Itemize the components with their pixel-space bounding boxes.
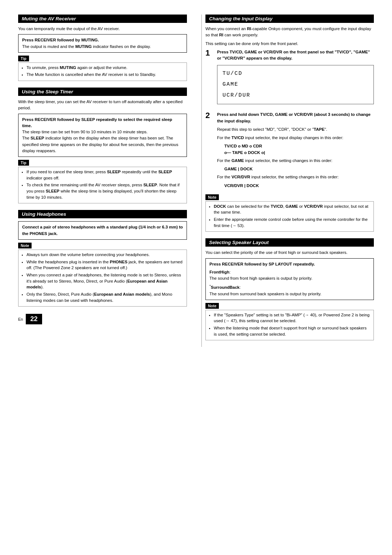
changing-note-1: DOCK can be selected for the TV/CD, GAME…	[214, 203, 371, 215]
left-column: Muting the AV Receiver You can temporari…	[18, 15, 191, 347]
step-1: 1 Press TV/CD, GAME or VCR/DVR on the fr…	[205, 49, 374, 108]
sleep-tip-container: Tip If you need to cancel the sleep time…	[18, 160, 187, 203]
changing-note-2: Enter the appropriate remote control cod…	[214, 216, 371, 228]
speaker-note-1: If the "Speakers Type" setting is set to…	[214, 312, 371, 324]
sleep-tip-item-1: If you need to cancel the sleep timer, p…	[26, 169, 184, 181]
step-2-instruction: Press and hold down TV/CD, GAME or VCR/D…	[217, 112, 374, 124]
display-line-1: TU/CD	[222, 68, 368, 79]
two-column-layout: Muting the AV Receiver You can temporari…	[18, 15, 374, 347]
sleep-title: Using the Sleep Timer	[18, 88, 187, 96]
changing-title: Changing the Input Display	[205, 15, 374, 23]
speaker-title: Selecting Speaker Layout	[205, 238, 374, 247]
display-line-2: GAME	[222, 79, 368, 90]
sleep-tip-label: Tip	[18, 160, 29, 166]
headphones-instruction-box: Connect a pair of stereo headphones with…	[18, 221, 187, 240]
step-1-content: Press TV/CD, GAME or VCR/DVR on the fron…	[217, 49, 374, 108]
step-2-detail-4: For the VCR/DVR input selector, the sett…	[217, 174, 374, 180]
muting-tip-container: Tip To unmute, press MUTING again or adj…	[18, 56, 187, 81]
headphones-note-2: While the headphones plug is inserted in…	[26, 259, 184, 271]
muting-instruction-box: Press RECEIVER followed by MUTING. The o…	[18, 34, 187, 53]
speaker-intro: You can select the priority of the use o…	[205, 250, 374, 256]
changing-section: Changing the Input Display When you conn…	[205, 15, 374, 232]
muting-tip-item-2: The Mute function is cancelled when the …	[26, 72, 184, 78]
game-order: GAME | DOCK	[224, 166, 374, 172]
display-line-3: UCR/DUR	[222, 90, 368, 101]
sleep-detail-1: The sleep time can be set from 90 to 10 …	[22, 129, 183, 135]
speaker-instruction-bold: Press RECEIVER followed by SP LAYOUT rep…	[209, 261, 370, 267]
changing-intro-1: When you connect an RI-capable Onkyo com…	[205, 26, 374, 39]
changing-note-label: Note	[205, 194, 219, 200]
speaker-section: Selecting Speaker Layout You can select …	[205, 238, 374, 340]
step-2-detail-2: For the TV/CD input selector, the input …	[217, 135, 374, 141]
sleep-section: Using the Sleep Timer With the sleep tim…	[18, 88, 187, 203]
speaker-front-high: FrontHigh:The sound from front high spea…	[209, 269, 370, 282]
step-2: 2 Press and hold down TV/CD, GAME or VCR…	[205, 112, 374, 191]
step-1-instruction: Press TV/CD, GAME or VCR/DVR on the fron…	[217, 49, 374, 62]
headphones-note-items: Always turn down the volume before conne…	[18, 250, 187, 307]
changing-intro-2: This setting can be done only from the f…	[205, 41, 374, 47]
muting-tip-label: Tip	[18, 56, 29, 61]
muting-instruction-bold: Press RECEIVER followed by MUTING.	[22, 37, 183, 43]
headphones-note-label: Note	[18, 243, 32, 248]
speaker-note-container: Note If the "Speakers Type" setting is s…	[205, 303, 374, 341]
sleep-tip-items: If you need to cancel the sleep timer, p…	[18, 167, 187, 203]
display-box: TU/CD GAME UCR/DUR	[217, 65, 374, 104]
muting-tip-item-1: To unmute, press MUTING again or adjust …	[26, 65, 184, 71]
headphones-title: Using Headphones	[18, 210, 187, 218]
step-2-detail-3: For the GAME input selector, the setting…	[217, 158, 374, 164]
step-1-number: 1	[205, 49, 213, 108]
headphones-section: Using Headphones Connect a pair of stere…	[18, 210, 187, 307]
right-column: Changing the Input Display When you conn…	[201, 15, 374, 347]
sleep-tip-item-2: To check the time remaining until the AV…	[26, 182, 184, 200]
vcrdvr-order: VCR/DVR | DOCK	[224, 183, 374, 189]
speaker-surround-back: *SurroundBack:The sound from surround ba…	[209, 283, 370, 297]
sleep-instruction-bold: Press RECEIVER followed by SLEEP repeate…	[22, 117, 183, 129]
changing-note-container: Note DOCK can be selected for the TV/CD,…	[205, 194, 374, 232]
muting-title: Muting the AV Receiver	[18, 15, 187, 23]
speaker-note-items: If the "Speakers Type" setting is set to…	[205, 310, 374, 341]
muting-instruction-detail: The output is muted and the MUTING indic…	[22, 44, 183, 50]
step-2-content: Press and hold down TV/CD, GAME or VCR/D…	[217, 112, 374, 191]
page-number: 22	[26, 314, 42, 324]
tvcd-order: TV/CD o MD o CDRo— TAPE o DOCK o|	[224, 143, 374, 156]
changing-note-items: DOCK can be selected for the TV/CD, GAME…	[205, 201, 374, 232]
muting-intro: You can temporarily mute the output of t…	[18, 26, 187, 32]
sleep-intro: With the sleep timer, you can set the AV…	[18, 99, 187, 112]
speaker-note-label: Note	[205, 303, 219, 309]
muting-section: Muting the AV Receiver You can temporari…	[18, 15, 187, 81]
headphones-instruction-bold: Connect a pair of stereo headphones with…	[22, 224, 183, 237]
step-2-detail-1: Repeat this step to select "MD", "CDR", …	[217, 126, 374, 133]
sleep-detail-2: The SLEEP indicator lights on the displa…	[22, 135, 183, 154]
muting-tip-items: To unmute, press MUTING again or adjust …	[18, 62, 187, 81]
en-label: En	[18, 317, 23, 321]
step-2-number: 2	[205, 112, 213, 191]
speaker-instruction-box: Press RECEIVER followed by SP LAYOUT rep…	[205, 258, 374, 300]
footer: En 22	[18, 314, 187, 324]
headphones-note-3: When you connect a pair of headphones, t…	[26, 272, 184, 290]
headphones-note-1: Always turn down the volume before conne…	[26, 252, 184, 258]
headphones-note-container: Note Always turn down the volume before …	[18, 243, 187, 307]
sleep-instruction-box: Press RECEIVER followed by SLEEP repeate…	[18, 114, 187, 157]
headphones-note-4: Only the Stereo, Direct, Pure Audio (Eur…	[26, 291, 184, 303]
speaker-note-2: When the listening mode that doesn't sup…	[214, 325, 371, 337]
page-container: Muting the AV Receiver You can temporari…	[18, 15, 374, 347]
